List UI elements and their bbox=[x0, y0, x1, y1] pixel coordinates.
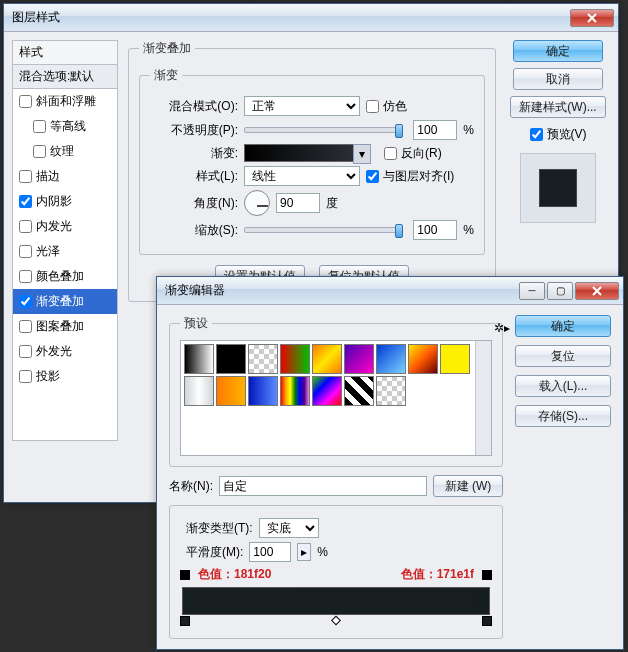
style-item-7[interactable]: 颜色叠加 bbox=[13, 264, 117, 289]
style-item-checkbox[interactable] bbox=[19, 345, 32, 358]
gradient-label: 渐变: bbox=[150, 145, 238, 162]
preset-swatch-11[interactable] bbox=[248, 376, 278, 406]
style-item-11[interactable]: 投影 bbox=[13, 364, 117, 389]
close-button[interactable] bbox=[570, 9, 614, 27]
style-item-3[interactable]: 描边 bbox=[13, 164, 117, 189]
gear-icon[interactable]: ✲▸ bbox=[494, 320, 510, 336]
opacity-input[interactable] bbox=[413, 120, 457, 140]
style-item-checkbox[interactable] bbox=[19, 295, 32, 308]
opacity-midpoint[interactable] bbox=[331, 616, 341, 626]
preset-swatch-15[interactable] bbox=[376, 376, 406, 406]
style-item-checkbox[interactable] bbox=[19, 245, 32, 258]
angle-input[interactable] bbox=[276, 193, 320, 213]
styles-header[interactable]: 样式 bbox=[12, 40, 118, 65]
style-item-checkbox[interactable] bbox=[19, 195, 32, 208]
style-item-4[interactable]: 内阴影 bbox=[13, 189, 117, 214]
style-item-2[interactable]: 纹理 bbox=[13, 139, 117, 164]
style-item-checkbox[interactable] bbox=[19, 170, 32, 183]
reverse-checkbox[interactable]: 反向(R) bbox=[384, 145, 442, 162]
style-item-checkbox[interactable] bbox=[19, 320, 32, 333]
color-stop-left[interactable] bbox=[180, 616, 190, 626]
style-item-10[interactable]: 外发光 bbox=[13, 339, 117, 364]
preset-swatch-5[interactable] bbox=[344, 344, 374, 374]
preset-swatch-13[interactable] bbox=[312, 376, 342, 406]
chevron-down-icon[interactable]: ▾ bbox=[353, 144, 371, 164]
style-item-checkbox[interactable] bbox=[19, 270, 32, 283]
preset-swatch-3[interactable] bbox=[280, 344, 310, 374]
style-item-6[interactable]: 光泽 bbox=[13, 239, 117, 264]
new-gradient-button[interactable]: 新建 (W) bbox=[433, 475, 503, 497]
preset-swatch-6[interactable] bbox=[376, 344, 406, 374]
gradient-preview[interactable]: ▾ bbox=[244, 144, 354, 162]
color-stop-right[interactable] bbox=[482, 616, 492, 626]
color-value-1: 181f20 bbox=[234, 567, 271, 581]
preview-checkbox[interactable]: 预览(V) bbox=[530, 126, 587, 143]
preset-swatch-1[interactable] bbox=[216, 344, 246, 374]
opacity-label: 不透明度(P): bbox=[150, 122, 238, 139]
opacity-slider[interactable] bbox=[244, 127, 401, 133]
reset-button[interactable]: 复位 bbox=[515, 345, 611, 367]
styles-list: 斜面和浮雕等高线纹理描边内阴影内发光光泽颜色叠加渐变叠加图案叠加外发光投影 bbox=[12, 89, 118, 441]
preview-swatch bbox=[539, 169, 577, 207]
scale-slider[interactable] bbox=[244, 227, 401, 233]
smoothness-label: 平滑度(M): bbox=[186, 544, 243, 561]
smoothness-dropdown-icon[interactable]: ▸ bbox=[297, 543, 311, 561]
maximize-button[interactable]: ▢ bbox=[547, 282, 573, 300]
preset-swatch-4[interactable] bbox=[312, 344, 342, 374]
preset-swatch-2[interactable] bbox=[248, 344, 278, 374]
style-item-5[interactable]: 内发光 bbox=[13, 214, 117, 239]
gradient-definition-group: 渐变类型(T): 实底 平滑度(M): ▸ % 色值：181f20 色值：171… bbox=[169, 505, 503, 639]
preset-swatch-10[interactable] bbox=[216, 376, 246, 406]
smoothness-input[interactable] bbox=[249, 542, 291, 562]
gradient-type-select[interactable]: 实底 bbox=[259, 518, 319, 538]
gradient-bar[interactable] bbox=[182, 587, 490, 615]
style-item-checkbox[interactable] bbox=[19, 370, 32, 383]
window-title: 图层样式 bbox=[8, 9, 568, 26]
titlebar[interactable]: 图层样式 bbox=[4, 4, 618, 32]
blend-mode-select[interactable]: 正常 bbox=[244, 96, 360, 116]
style-item-label: 斜面和浮雕 bbox=[36, 93, 96, 110]
scale-input[interactable] bbox=[413, 220, 457, 240]
presets-group: 预设 ✲▸ bbox=[169, 315, 503, 467]
cancel-button[interactable]: 取消 bbox=[513, 68, 603, 90]
scrollbar[interactable] bbox=[475, 341, 491, 455]
ok-button[interactable]: 确定 bbox=[515, 315, 611, 337]
style-item-9[interactable]: 图案叠加 bbox=[13, 314, 117, 339]
new-style-button[interactable]: 新建样式(W)... bbox=[510, 96, 605, 118]
style-item-checkbox[interactable] bbox=[19, 220, 32, 233]
blend-options-default[interactable]: 混合选项:默认 bbox=[12, 65, 118, 89]
style-item-checkbox[interactable] bbox=[33, 145, 46, 158]
name-input[interactable] bbox=[219, 476, 427, 496]
style-item-label: 颜色叠加 bbox=[36, 268, 84, 285]
preview-swatch-box bbox=[520, 153, 596, 223]
style-item-1[interactable]: 等高线 bbox=[13, 114, 117, 139]
stop-marker-top-right[interactable] bbox=[482, 570, 492, 580]
align-with-layer-checkbox[interactable]: 与图层对齐(I) bbox=[366, 168, 454, 185]
save-button[interactable]: 存储(S)... bbox=[515, 405, 611, 427]
preset-swatch-9[interactable] bbox=[184, 376, 214, 406]
sub-legend: 渐变 bbox=[150, 67, 182, 84]
preset-swatch-14[interactable] bbox=[344, 376, 374, 406]
load-button[interactable]: 载入(L)... bbox=[515, 375, 611, 397]
dither-checkbox[interactable]: 仿色 bbox=[366, 98, 407, 115]
style-item-0[interactable]: 斜面和浮雕 bbox=[13, 89, 117, 114]
color-value-2: 171e1f bbox=[437, 567, 474, 581]
preset-swatch-8[interactable] bbox=[440, 344, 470, 374]
angle-dial[interactable] bbox=[244, 190, 270, 216]
scale-label: 缩放(S): bbox=[150, 222, 238, 239]
stop-marker-top-left[interactable] bbox=[180, 570, 190, 580]
style-item-checkbox[interactable] bbox=[33, 120, 46, 133]
preset-swatch-7[interactable] bbox=[408, 344, 438, 374]
preset-swatch-12[interactable] bbox=[280, 376, 310, 406]
gradient-editor-right-column: 确定 复位 载入(L)... 存储(S)... bbox=[515, 315, 611, 639]
preset-swatch-0[interactable] bbox=[184, 344, 214, 374]
ok-button[interactable]: 确定 bbox=[513, 40, 603, 62]
style-item-8[interactable]: 渐变叠加 bbox=[13, 289, 117, 314]
close-button[interactable] bbox=[575, 282, 619, 300]
style-item-label: 内发光 bbox=[36, 218, 72, 235]
minimize-button[interactable]: ─ bbox=[519, 282, 545, 300]
style-select[interactable]: 线性 bbox=[244, 166, 360, 186]
style-item-label: 外发光 bbox=[36, 343, 72, 360]
titlebar[interactable]: 渐变编辑器 ─ ▢ bbox=[157, 277, 623, 305]
style-item-checkbox[interactable] bbox=[19, 95, 32, 108]
